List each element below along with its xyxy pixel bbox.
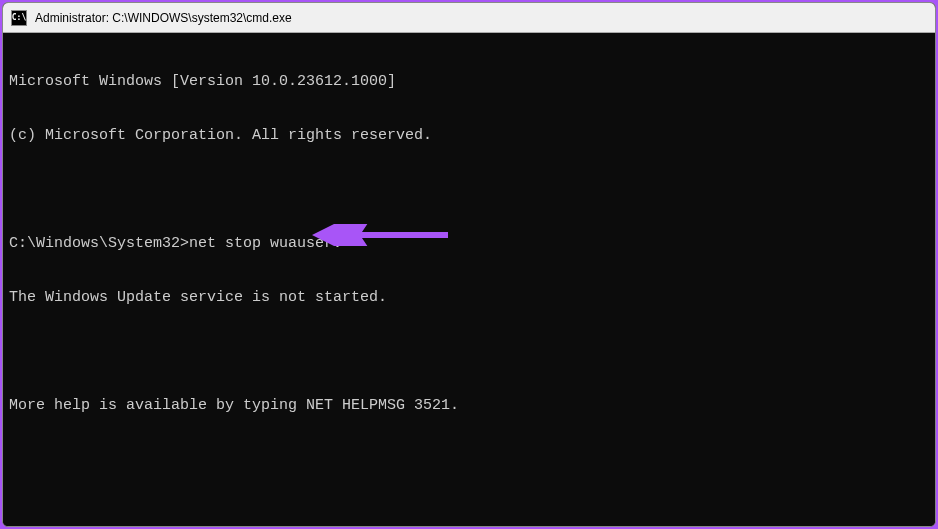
terminal-line [9,451,929,469]
terminal-line [9,505,929,523]
titlebar[interactable]: C:\ Administrator: C:\WINDOWS\system32\c… [3,3,935,33]
terminal-output[interactable]: Microsoft Windows [Version 10.0.23612.10… [3,33,935,526]
cmd-icon: C:\ [11,10,27,26]
terminal-line: More help is available by typing NET HEL… [9,397,929,415]
terminal-line: The Windows Update service is not starte… [9,289,929,307]
terminal-line [9,343,929,361]
window-title: Administrator: C:\WINDOWS\system32\cmd.e… [35,11,292,25]
terminal-line: (c) Microsoft Corporation. All rights re… [9,127,929,145]
cmd-icon-label: C:\ [12,13,26,22]
terminal-line: Microsoft Windows [Version 10.0.23612.10… [9,73,929,91]
terminal-line: C:\Windows\System32>net stop wuauserv [9,235,929,253]
cmd-window: C:\ Administrator: C:\WINDOWS\system32\c… [2,2,936,527]
terminal-line [9,181,929,199]
